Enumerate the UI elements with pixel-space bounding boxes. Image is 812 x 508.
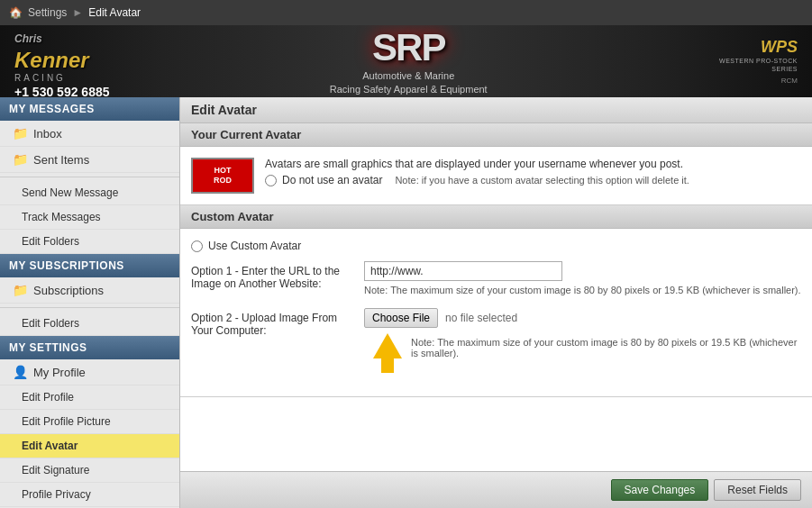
my-messages-header: My Messages bbox=[0, 97, 179, 121]
my-profile-label: My Profile bbox=[33, 366, 86, 379]
breadcrumb-current: Edit Avatar bbox=[88, 6, 141, 19]
sidebar-item-edit-avatar[interactable]: Edit Avatar bbox=[0, 434, 179, 458]
option2-row: Option 2 - Upload Image From Your Comput… bbox=[191, 308, 801, 373]
edit-profile-picture-label: Edit Profile Picture bbox=[22, 415, 111, 428]
sidebar-item-send-message[interactable]: Send New Message bbox=[0, 181, 179, 205]
option1-label: Option 1 - Enter the URL to the Image on… bbox=[191, 261, 353, 290]
file-row: Choose File no file selected bbox=[364, 308, 801, 328]
current-avatar-section: Your Current Avatar HOTROD Avatars are s… bbox=[180, 123, 812, 205]
sidebar-item-inbox[interactable]: 📁 Inbox bbox=[0, 121, 179, 147]
sidebar-item-subscriptions[interactable]: 📁 Subscriptions bbox=[0, 277, 179, 304]
my-settings-header: My Settings bbox=[0, 336, 179, 359]
sidebar-item-edit-folders-messages[interactable]: Edit Folders bbox=[0, 230, 179, 254]
choose-file-button[interactable]: Choose File bbox=[364, 308, 438, 328]
use-custom-label: Use Custom Avatar bbox=[208, 240, 301, 252]
main-layout: My Messages 📁 Inbox 📁 Sent Items Send Ne… bbox=[0, 97, 812, 508]
inbox-icon: 📁 bbox=[13, 126, 28, 141]
profile-privacy-label: Profile Privacy bbox=[22, 488, 91, 501]
sidebar-item-edit-profile[interactable]: Edit Profile bbox=[0, 386, 179, 410]
use-custom-radio[interactable] bbox=[191, 240, 203, 252]
current-avatar-body: HOTROD Avatars are small graphics that a… bbox=[180, 147, 812, 204]
url-input[interactable] bbox=[364, 261, 562, 281]
banner: Chris Kenner RACING +1 530 592 6885 SRP … bbox=[0, 25, 812, 97]
home-icon[interactable]: 🏠 bbox=[9, 6, 23, 19]
avatar-preview: HOTROD Avatars are small graphics that a… bbox=[191, 158, 801, 194]
sidebar-item-my-profile[interactable]: 👤 My Profile bbox=[0, 359, 179, 386]
sent-label: Sent Items bbox=[33, 153, 89, 167]
upload-arrow bbox=[373, 333, 402, 373]
banner-center: SRP Automotive & Marine Racing Safety Ap… bbox=[124, 26, 694, 97]
edit-folders-messages-label: Edit Folders bbox=[22, 235, 79, 248]
save-changes-button[interactable]: Save Changes bbox=[611, 479, 709, 501]
profile-icon: 👤 bbox=[13, 365, 28, 379]
no-avatar-label: Do not use an avatar bbox=[282, 174, 382, 186]
avatar-info: Avatars are small graphics that are disp… bbox=[265, 158, 801, 186]
sidebar: My Messages 📁 Inbox 📁 Sent Items Send Ne… bbox=[0, 97, 180, 508]
use-custom-row: Use Custom Avatar bbox=[191, 240, 801, 252]
phone-text: +1 530 592 6885 bbox=[14, 85, 110, 98]
track-messages-label: Track Messages bbox=[22, 211, 101, 223]
option2-label: Option 2 - Upload Image From Your Comput… bbox=[191, 308, 353, 337]
no-avatar-radio[interactable] bbox=[265, 175, 277, 186]
sidebar-item-edit-signature[interactable]: Edit Signature bbox=[0, 458, 179, 483]
sidebar-item-edit-folders-subs[interactable]: Edit Folders bbox=[0, 312, 179, 336]
banner-left: Chris Kenner RACING +1 530 592 6885 bbox=[0, 25, 124, 97]
avatar-placeholder-text: HOTROD bbox=[214, 166, 232, 186]
banner-tagline: Automotive & Marine Racing Safety Appare… bbox=[330, 69, 488, 97]
option1-row: Option 1 - Enter the URL to the Image on… bbox=[191, 261, 801, 295]
avatar-description: Avatars are small graphics that are disp… bbox=[265, 158, 801, 170]
option1-control: Note: The maximum size of your custom im… bbox=[364, 261, 801, 295]
edit-signature-label: Edit Signature bbox=[22, 464, 89, 476]
inbox-label: Inbox bbox=[33, 127, 62, 141]
rcm-label: RCM bbox=[707, 77, 798, 85]
settings-link[interactable]: Settings bbox=[28, 6, 67, 19]
custom-avatar-body: Use Custom Avatar Option 1 - Enter the U… bbox=[180, 229, 812, 396]
edit-profile-label: Edit Profile bbox=[22, 391, 74, 404]
custom-avatar-section: Custom Avatar Use Custom Avatar Option 1… bbox=[180, 205, 812, 397]
option2-note: Note: The maximum size of your custom im… bbox=[411, 337, 801, 358]
srp-logo: SRP bbox=[372, 26, 444, 69]
content-header: Edit Avatar bbox=[180, 97, 812, 123]
no-file-text: no file selected bbox=[445, 312, 517, 324]
avatar-image-box: HOTROD bbox=[191, 158, 254, 194]
wps-subtitle: WESTERN PRO-STOCK SERIES bbox=[707, 57, 798, 73]
sidebar-item-profile-privacy[interactable]: Profile Privacy bbox=[0, 483, 179, 507]
option2-control: Choose File no file selected Note: The m… bbox=[364, 308, 801, 373]
kenner-text: Chris Kenner bbox=[14, 25, 110, 73]
arrow-area: Note: The maximum size of your custom im… bbox=[364, 333, 801, 373]
edit-folders-subs-label: Edit Folders bbox=[22, 317, 79, 330]
banner-right: WPS WESTERN PRO-STOCK SERIES RCM bbox=[693, 31, 812, 92]
sidebar-item-track-messages[interactable]: Track Messages bbox=[0, 205, 179, 230]
no-avatar-note: Note: if you have a custom avatar select… bbox=[395, 175, 689, 186]
custom-avatar-header: Custom Avatar bbox=[180, 205, 812, 229]
my-subscriptions-header: My Subscriptions bbox=[0, 254, 179, 277]
breadcrumb-separator: ► bbox=[72, 6, 83, 19]
top-bar: 🏠 Settings ► Edit Avatar bbox=[0, 0, 812, 25]
sent-icon: 📁 bbox=[13, 152, 28, 167]
content-footer: Save Changes Reset Fields bbox=[180, 471, 812, 508]
current-avatar-header: Your Current Avatar bbox=[180, 123, 812, 147]
no-avatar-row: Do not use an avatar Note: if you have a… bbox=[265, 174, 801, 186]
sidebar-item-sent[interactable]: 📁 Sent Items bbox=[0, 147, 179, 173]
content-area: Edit Avatar Your Current Avatar HOTROD A… bbox=[180, 97, 812, 508]
reset-fields-button[interactable]: Reset Fields bbox=[714, 479, 801, 501]
sidebar-item-edit-profile-picture[interactable]: Edit Profile Picture bbox=[0, 410, 179, 434]
edit-avatar-label: Edit Avatar bbox=[22, 440, 78, 452]
subscriptions-label: Subscriptions bbox=[33, 284, 104, 297]
content-body: Your Current Avatar HOTROD Avatars are s… bbox=[180, 123, 812, 471]
wps-logo: WPS bbox=[707, 38, 798, 57]
option1-note: Note: The maximum size of your custom im… bbox=[364, 285, 801, 295]
subscriptions-icon: 📁 bbox=[13, 283, 28, 297]
racing-text: RACING bbox=[14, 73, 110, 83]
send-message-label: Send New Message bbox=[22, 186, 118, 199]
